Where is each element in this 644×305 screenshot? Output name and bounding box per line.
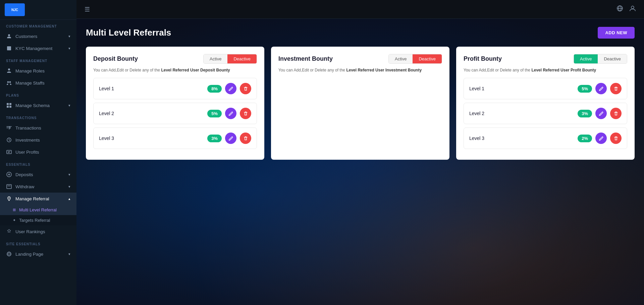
manage-schema-label: Manage Schema xyxy=(15,103,50,108)
sidebar-item-manage-roles[interactable]: Manage Roles xyxy=(0,65,76,77)
profit-toggle-group: Active Deactive xyxy=(574,54,627,64)
user-profits-label: User Profits xyxy=(15,150,39,155)
deposit-bounty-header: Deposit Bounty Active Deactive xyxy=(93,54,257,64)
svg-rect-1 xyxy=(7,103,9,105)
deposit-level-1-delete-button[interactable] xyxy=(240,83,251,94)
deposit-active-toggle[interactable]: Active xyxy=(204,54,227,63)
manage-roles-label: Manage Roles xyxy=(15,68,45,73)
sidebar: NJC CUSTOMER MANAGEMENT Customers ▾ KYC … xyxy=(0,0,76,305)
profit-level-2-delete-button[interactable] xyxy=(610,108,622,119)
deposits-icon xyxy=(6,171,12,177)
profit-active-toggle[interactable]: Active xyxy=(574,54,598,63)
profit-level-3-name: Level 3 xyxy=(469,136,484,141)
svg-point-12 xyxy=(631,6,634,9)
landing-page-chevron: ▾ xyxy=(68,252,70,256)
deposit-level-3-edit-button[interactable] xyxy=(225,133,236,144)
profit-level-2-edit-button[interactable] xyxy=(595,108,607,119)
logo-text: NJC xyxy=(11,8,18,12)
deposit-bounty-desc-highlight: Level Referred User Deposit Bounty xyxy=(161,68,230,72)
profit-level-2-name: Level 2 xyxy=(469,111,484,116)
user-avatar-icon[interactable] xyxy=(629,5,636,13)
section-label-plans: PLANS xyxy=(0,89,76,99)
deposit-level-3-delete-button[interactable] xyxy=(240,133,251,144)
deposit-level-2-delete-button[interactable] xyxy=(240,108,251,119)
sidebar-logo: NJC xyxy=(0,0,76,20)
sidebar-item-user-profits[interactable]: User Profits xyxy=(0,146,76,158)
staffs-icon xyxy=(6,80,12,86)
main-area: ☰ xyxy=(76,0,644,305)
deposit-level-3-pct: 3% xyxy=(207,135,222,142)
svg-rect-4 xyxy=(9,106,11,108)
investment-deactive-toggle[interactable]: Deactive xyxy=(413,54,442,63)
manage-staffs-label: Manage Staffs xyxy=(15,81,45,86)
sidebar-item-customers[interactable]: Customers ▾ xyxy=(0,30,76,42)
referral-submenu: ⊞ Multi Level Referral ✦ Targets Referra… xyxy=(0,205,76,225)
page-header: Multi Level Referrals ADD NEW xyxy=(86,27,635,39)
svg-rect-6 xyxy=(7,150,11,154)
deposit-deactive-toggle[interactable]: Deactive xyxy=(227,54,257,63)
targets-referral-label: Targets Referral xyxy=(19,218,50,223)
withdraw-label: Withdraw xyxy=(15,184,34,189)
globe-icon[interactable] xyxy=(616,5,623,13)
topbar-right xyxy=(616,5,636,13)
deposit-level-1-name: Level 1 xyxy=(99,86,114,91)
investment-active-toggle[interactable]: Active xyxy=(389,54,413,63)
withdraw-chevron: ▾ xyxy=(68,185,70,189)
profit-level-1-edit-button[interactable] xyxy=(595,83,607,94)
sidebar-item-kyc[interactable]: KYC Management ▾ xyxy=(0,42,76,54)
landing-page-icon xyxy=(6,251,12,257)
roles-icon xyxy=(6,68,12,74)
section-label-transactions: TRANSACTIONS xyxy=(0,111,76,122)
investments-icon xyxy=(6,137,12,143)
section-label-staff: STAFF MANAGEMENT xyxy=(0,54,76,65)
sidebar-item-manage-staffs[interactable]: Manage Staffs xyxy=(0,77,76,89)
sidebar-item-transactions[interactable]: Transactions xyxy=(0,122,76,134)
withdraw-icon xyxy=(6,184,12,190)
logo-box: NJC xyxy=(5,3,25,16)
add-new-button[interactable]: ADD NEW xyxy=(598,27,635,39)
deposit-level-1-edit-button[interactable] xyxy=(225,83,236,94)
investment-bounty-card: Investment Bounty Active Deactive You ca… xyxy=(271,47,449,160)
profit-bounty-header: Profit Bounty Active Deactive xyxy=(464,54,627,64)
section-label-site-essentials: SITE ESSENTIALS xyxy=(0,238,76,248)
deposit-level-2-pct: 5% xyxy=(207,110,222,117)
hamburger-icon[interactable]: ☰ xyxy=(85,6,90,13)
customers-chevron: ▾ xyxy=(68,34,70,39)
sidebar-item-manage-referral[interactable]: Manage Referral ▴ xyxy=(0,193,76,205)
referral-chevron: ▴ xyxy=(68,197,70,201)
bounty-cards-grid: Deposit Bounty Active Deactive You can A… xyxy=(86,47,635,160)
sidebar-sub-item-multi-level-referral[interactable]: ⊞ Multi Level Referral xyxy=(0,205,76,215)
sidebar-item-deposits[interactable]: Deposits ▾ xyxy=(0,168,76,181)
deposit-level-2-name: Level 2 xyxy=(99,111,114,116)
page-title: Multi Level Referrals xyxy=(86,28,171,38)
multi-level-icon: ⊞ xyxy=(13,208,16,212)
profit-level-3-actions: 2% xyxy=(578,133,622,144)
profit-level-1-row: Level 1 5% xyxy=(464,78,627,99)
sidebar-item-investments[interactable]: Investments xyxy=(0,134,76,146)
svg-rect-2 xyxy=(9,103,11,105)
deposit-level-3-actions: 3% xyxy=(207,133,251,144)
kyc-label: KYC Management xyxy=(15,46,52,51)
landing-page-label: Landing Page xyxy=(15,252,43,257)
deposits-chevron: ▾ xyxy=(68,172,70,177)
targets-icon: ✦ xyxy=(13,218,16,222)
sidebar-item-manage-schema[interactable]: Manage Schema ▾ xyxy=(0,99,76,111)
deposit-level-1-actions: 8% xyxy=(207,83,251,94)
sidebar-item-withdraw[interactable]: Withdraw ▾ xyxy=(0,181,76,193)
section-label-essentials: ESSENTIALS xyxy=(0,158,76,168)
profit-bounty-title: Profit Bounty xyxy=(464,55,502,62)
profit-level-3-delete-button[interactable] xyxy=(610,133,622,144)
schema-icon xyxy=(6,102,12,108)
profit-level-3-edit-button[interactable] xyxy=(595,133,607,144)
schema-chevron: ▾ xyxy=(68,103,70,108)
sidebar-item-user-rankings[interactable]: User Rankings xyxy=(0,225,76,238)
investment-bounty-desc: You can Add,Edit or Delete any of the Le… xyxy=(278,68,442,72)
user-profits-icon xyxy=(6,149,12,155)
manage-referral-label: Manage Referral xyxy=(15,196,49,201)
profit-level-1-delete-button[interactable] xyxy=(610,83,622,94)
sidebar-item-landing-page[interactable]: Landing Page ▾ xyxy=(0,248,76,260)
sidebar-sub-item-targets-referral[interactable]: ✦ Targets Referral xyxy=(0,215,76,225)
profit-deactive-toggle[interactable]: Deactive xyxy=(598,54,627,63)
deposit-level-2-edit-button[interactable] xyxy=(225,108,236,119)
profit-bounty-card: Profit Bounty Active Deactive You can Ad… xyxy=(456,47,635,160)
